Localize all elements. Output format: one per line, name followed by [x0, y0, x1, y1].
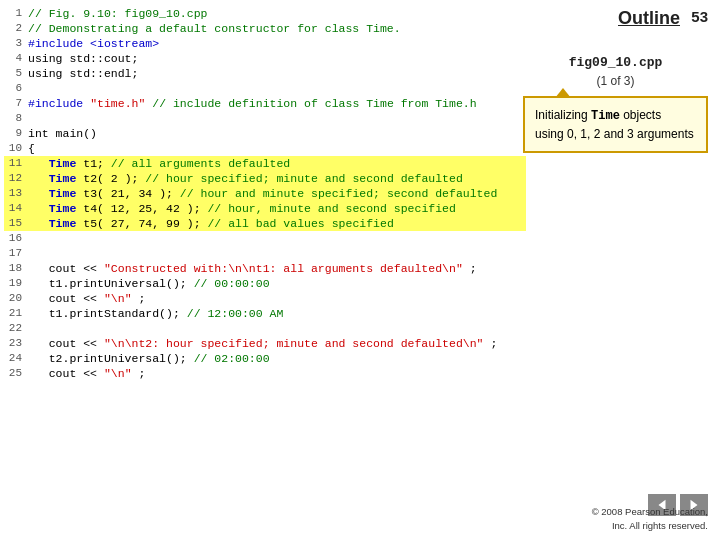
tooltip-text: Initializing Time objectsusing 0, 1, 2 a…: [535, 108, 694, 141]
outline-heading: Outline: [618, 8, 680, 29]
line-text: using std::endl;: [28, 66, 138, 81]
line-text: #include <iostream>: [28, 36, 159, 51]
code-line: 4using std::cout;: [4, 51, 526, 66]
line-text: cout << "\n" ;: [28, 291, 145, 306]
code-line: 15 Time t5( 27, 74, 99 ); // all bad val…: [4, 216, 526, 231]
line-number: 3: [4, 36, 22, 51]
line-text: using std::cout;: [28, 51, 138, 66]
line-text: {: [28, 141, 35, 156]
line-text: t1.printUniversal(); // 00:00:00: [28, 276, 270, 291]
line-number: 18: [4, 261, 22, 276]
line-text: cout << "\n\nt2: hour specified; minute …: [28, 336, 497, 351]
line-text: // Demonstrating a default constructor f…: [28, 21, 401, 36]
code-area: 1// Fig. 9.10: fig09_10.cpp2// Demonstra…: [0, 0, 530, 440]
code-line: 6: [4, 81, 526, 96]
line-number: 2: [4, 21, 22, 36]
code-line: 11 Time t1; // all arguments defaulted: [4, 156, 526, 171]
line-text: Time t4( 12, 25, 42 ); // hour, minute a…: [28, 201, 456, 216]
code-line: 16: [4, 231, 526, 246]
code-line: 22: [4, 321, 526, 336]
line-number: 15: [4, 216, 22, 231]
code-line: 7#include "time.h" // include definition…: [4, 96, 526, 111]
line-number: 24: [4, 351, 22, 366]
line-number: 7: [4, 96, 22, 111]
code-line: 5using std::endl;: [4, 66, 526, 81]
line-number: 11: [4, 156, 22, 171]
code-line: 21 t1.printStandard(); // 12:00:00 AM: [4, 306, 526, 321]
line-number: 21: [4, 306, 22, 321]
line-text: cout << "Constructed with:\n\nt1: all ar…: [28, 261, 477, 276]
fig-title: fig09_10.cpp: [523, 55, 708, 70]
code-line: 3#include <iostream>: [4, 36, 526, 51]
code-line: 1// Fig. 9.10: fig09_10.cpp: [4, 6, 526, 21]
code-line: 9int main(): [4, 126, 526, 141]
line-text: t2.printUniversal(); // 02:00:00: [28, 351, 270, 366]
code-line: 12 Time t2( 2 ); // hour specified; minu…: [4, 171, 526, 186]
line-number: 16: [4, 231, 22, 246]
line-number: 13: [4, 186, 22, 201]
line-text: Time t1; // all arguments defaulted: [28, 156, 290, 171]
line-text: cout << "\n" ;: [28, 366, 145, 381]
line-number: 9: [4, 126, 22, 141]
code-line: 2// Demonstrating a default constructor …: [4, 21, 526, 36]
line-number: 25: [4, 366, 22, 381]
code-line: 17: [4, 246, 526, 261]
line-text: Time t5( 27, 74, 99 ); // all bad values…: [28, 216, 394, 231]
line-text: #include "time.h" // include definition …: [28, 96, 477, 111]
code-line: 18 cout << "Constructed with:\n\nt1: all…: [4, 261, 526, 276]
line-number: 1: [4, 6, 22, 21]
line-number: 22: [4, 321, 22, 336]
code-line: 14 Time t4( 12, 25, 42 ); // hour, minut…: [4, 201, 526, 216]
tooltip-box: Initializing Time objectsusing 0, 1, 2 a…: [523, 96, 708, 153]
page-number: 53: [691, 8, 708, 25]
line-text: int main(): [28, 126, 97, 141]
code-line: 23 cout << "\n\nt2: hour specified; minu…: [4, 336, 526, 351]
line-number: 5: [4, 66, 22, 81]
line-number: 17: [4, 246, 22, 261]
line-text: // Fig. 9.10: fig09_10.cpp: [28, 6, 207, 21]
code-line: 13 Time t3( 21, 34 ); // hour and minute…: [4, 186, 526, 201]
line-number: 12: [4, 171, 22, 186]
right-panel: fig09_10.cpp (1 of 3) Initializing Time …: [523, 55, 708, 153]
line-number: 19: [4, 276, 22, 291]
line-text: Time t2( 2 ); // hour specified; minute …: [28, 171, 463, 186]
line-number: 10: [4, 141, 22, 156]
code-line: 24 t2.printUniversal(); // 02:00:00: [4, 351, 526, 366]
code-line: 19 t1.printUniversal(); // 00:00:00: [4, 276, 526, 291]
code-line: 10{: [4, 141, 526, 156]
line-text: Time t3( 21, 34 ); // hour and minute sp…: [28, 186, 497, 201]
line-number: 23: [4, 336, 22, 351]
copyright-line1: © 2008 Pearson Education,: [592, 506, 708, 517]
copyright: © 2008 Pearson Education, Inc. All right…: [592, 505, 708, 532]
fig-subtitle: (1 of 3): [523, 74, 708, 88]
line-number: 8: [4, 111, 22, 126]
code-line: 20 cout << "\n" ;: [4, 291, 526, 306]
code-line: 25 cout << "\n" ;: [4, 366, 526, 381]
copyright-line2: Inc. All rights reserved.: [612, 520, 708, 531]
line-number: 4: [4, 51, 22, 66]
line-text: t1.printStandard(); // 12:00:00 AM: [28, 306, 283, 321]
line-number: 6: [4, 81, 22, 96]
line-number: 20: [4, 291, 22, 306]
code-line: 8: [4, 111, 526, 126]
line-number: 14: [4, 201, 22, 216]
